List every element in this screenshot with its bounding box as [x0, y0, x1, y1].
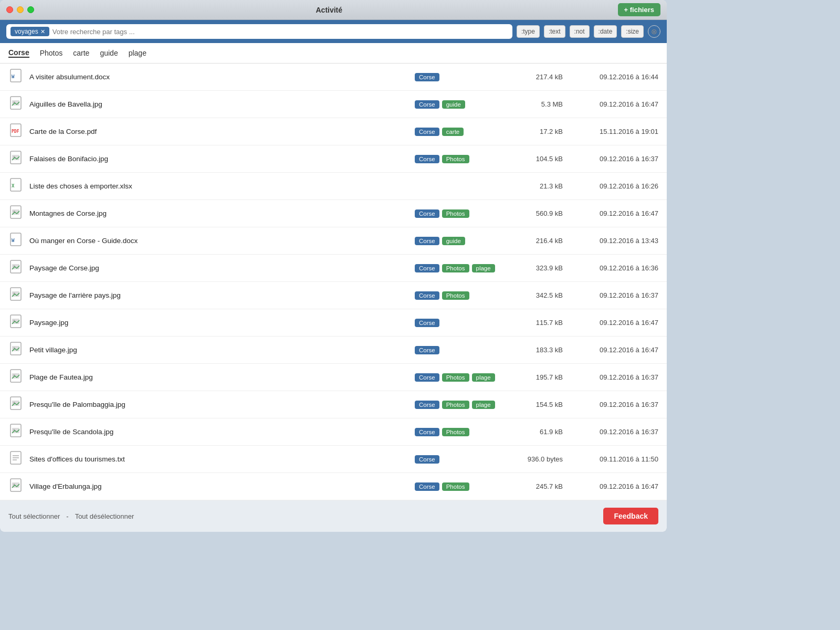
- tag-photos[interactable]: Photos: [442, 482, 469, 491]
- tag-corse[interactable]: Corse: [415, 455, 439, 464]
- file-type-icon: [8, 478, 23, 495]
- table-row[interactable]: PDFCarte de la Corse.pdfCorsecarte17.2 k…: [0, 118, 667, 145]
- file-date: 09.12.2016 à 13:43: [569, 237, 658, 245]
- file-date: 09.12.2016 à 16:47: [569, 209, 658, 217]
- suggestion-plage[interactable]: plage: [129, 49, 146, 57]
- tag-guide[interactable]: guide: [442, 237, 465, 245]
- suggestion-guide[interactable]: guide: [100, 49, 118, 57]
- tag-photos[interactable]: Photos: [442, 401, 469, 409]
- file-size: 195.7 kB: [516, 373, 563, 381]
- tag-photos[interactable]: Photos: [442, 428, 469, 436]
- text-filter-button[interactable]: :text: [544, 25, 565, 38]
- deselect-all-link[interactable]: Tout désélectionner: [75, 512, 134, 520]
- close-button[interactable]: [6, 6, 13, 13]
- tag-plage[interactable]: plage: [472, 373, 495, 382]
- tag-carte[interactable]: carte: [442, 128, 464, 136]
- file-size: 560.9 kB: [516, 209, 563, 217]
- file-size: 5.3 MB: [516, 100, 563, 108]
- file-tags: CorsePhotosplage: [415, 401, 509, 409]
- tag-corse[interactable]: Corse: [415, 482, 439, 491]
- table-row[interactable]: Falaises de Bonifacio.jpgCorsePhotos104.…: [0, 145, 667, 173]
- window-title: Activité: [40, 6, 618, 14]
- file-date: 09.12.2016 à 16:47: [569, 482, 658, 490]
- tag-photos[interactable]: Photos: [442, 264, 469, 272]
- feedback-button[interactable]: Feedback: [603, 508, 658, 524]
- file-type-icon: [8, 396, 23, 413]
- table-row[interactable]: Presqu'île de Scandola.jpgCorsePhotos61.…: [0, 418, 667, 446]
- table-row[interactable]: Presqu'île de Palombaggia.jpgCorsePhotos…: [0, 391, 667, 418]
- maximize-button[interactable]: [27, 6, 34, 13]
- tag-corse[interactable]: Corse: [415, 264, 439, 272]
- clear-search-button[interactable]: ⊗: [648, 25, 660, 38]
- active-tag-pill[interactable]: voyages ✕: [10, 27, 49, 36]
- tag-photos[interactable]: Photos: [442, 155, 469, 163]
- add-files-button[interactable]: + fichiers: [618, 3, 660, 16]
- table-row[interactable]: Aiguilles de Bavella.jpgCorseguide5.3 MB…: [0, 91, 667, 118]
- suggestion-carte[interactable]: carte: [73, 49, 89, 57]
- tag-corse[interactable]: Corse: [415, 428, 439, 436]
- suggestion-photos[interactable]: Photos: [40, 49, 63, 57]
- file-date: 09.12.2016 à 16:36: [569, 264, 658, 272]
- file-date: 09.12.2016 à 16:37: [569, 291, 658, 299]
- table-row[interactable]: Plage de Fautea.jpgCorsePhotosplage195.7…: [0, 364, 667, 391]
- file-name: Carte de la Corse.pdf: [29, 128, 408, 135]
- table-row[interactable]: Petit village.jpgCorse183.3 kB09.12.2016…: [0, 337, 667, 364]
- tag-corse[interactable]: Corse: [415, 209, 439, 218]
- table-row[interactable]: Village d'Erbalunga.jpgCorsePhotos245.7 …: [0, 473, 667, 500]
- minimize-button[interactable]: [17, 6, 24, 13]
- file-date: 09.11.2016 à 11:50: [569, 455, 658, 463]
- tag-corse[interactable]: Corse: [415, 373, 439, 382]
- select-all-link[interactable]: Tout sélectionner: [8, 512, 60, 520]
- file-name: Liste des choses à emporter.xlsx: [29, 182, 408, 190]
- type-filter-button[interactable]: :type: [517, 25, 540, 38]
- tag-photos[interactable]: Photos: [442, 209, 469, 218]
- not-filter-button[interactable]: :not: [570, 25, 590, 38]
- file-tags: CorsePhotos: [415, 428, 509, 436]
- file-type-icon: X: [8, 178, 23, 194]
- tag-guide[interactable]: guide: [442, 100, 465, 109]
- table-row[interactable]: WA visiter absulument.docxCorse217.4 kB0…: [0, 64, 667, 91]
- file-type-icon: [8, 260, 23, 276]
- tag-photos[interactable]: Photos: [442, 291, 469, 300]
- file-size: 61.9 kB: [516, 428, 563, 436]
- tag-corse[interactable]: Corse: [415, 100, 439, 109]
- table-row[interactable]: Paysage de Corse.jpgCorsePhotosplage323.…: [0, 255, 667, 282]
- file-tags: Corsecarte: [415, 128, 509, 136]
- file-size: 115.7 kB: [516, 319, 563, 327]
- file-date: 09.12.2016 à 16:37: [569, 428, 658, 436]
- selection-controls: Tout sélectionner - Tout désélectionner: [8, 512, 134, 520]
- suggestion-corse[interactable]: Corse: [8, 48, 29, 58]
- tag-corse[interactable]: Corse: [415, 291, 439, 300]
- tag-corse[interactable]: Corse: [415, 319, 439, 327]
- file-size: 154.5 kB: [516, 401, 563, 408]
- search-input[interactable]: [52, 28, 508, 36]
- remove-tag-icon[interactable]: ✕: [40, 28, 45, 35]
- tag-corse[interactable]: Corse: [415, 73, 439, 81]
- file-type-icon: [8, 151, 23, 167]
- table-row[interactable]: XListe des choses à emporter.xlsx21.3 kB…: [0, 173, 667, 200]
- table-row[interactable]: Paysage.jpgCorse115.7 kB09.12.2016 à 16:…: [0, 309, 667, 337]
- tag-corse[interactable]: Corse: [415, 128, 439, 136]
- tag-corse[interactable]: Corse: [415, 346, 439, 354]
- table-row[interactable]: Paysage de l'arrière pays.jpgCorsePhotos…: [0, 282, 667, 309]
- tag-plage[interactable]: plage: [472, 401, 495, 409]
- table-row[interactable]: Montagnes de Corse.jpgCorsePhotos560.9 k…: [0, 200, 667, 227]
- file-date: 09.12.2016 à 16:47: [569, 100, 658, 108]
- svg-text:W: W: [12, 238, 15, 243]
- date-filter-button[interactable]: :date: [594, 25, 617, 38]
- table-row[interactable]: Sites d'offices du tourismes.txtCorse936…: [0, 446, 667, 473]
- table-row[interactable]: WOù manger en Corse - Guide.docxCorsegui…: [0, 227, 667, 255]
- tag-photos[interactable]: Photos: [442, 373, 469, 382]
- tag-corse[interactable]: Corse: [415, 237, 439, 245]
- file-type-icon: [8, 424, 23, 440]
- tag-corse[interactable]: Corse: [415, 401, 439, 409]
- tag-plage[interactable]: plage: [472, 264, 495, 272]
- file-size: 342.5 kB: [516, 291, 563, 299]
- file-name: A visiter absulument.docx: [29, 73, 408, 81]
- tag-corse[interactable]: Corse: [415, 155, 439, 163]
- svg-text:X: X: [12, 183, 15, 188]
- search-field[interactable]: voyages ✕: [6, 24, 512, 39]
- file-name: Où manger en Corse - Guide.docx: [29, 237, 408, 245]
- size-filter-button[interactable]: :size: [621, 25, 644, 38]
- file-date: 09.12.2016 à 16:26: [569, 182, 658, 190]
